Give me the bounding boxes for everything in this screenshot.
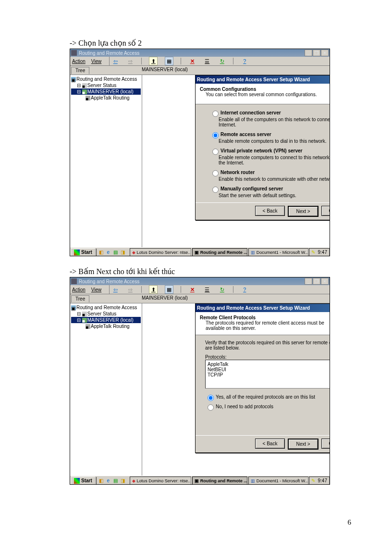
task-button-3[interactable]: ▥Document1 - Microsoft W... xyxy=(248,477,308,485)
menu-view[interactable]: View xyxy=(91,287,102,292)
refresh-icon[interactable]: ↻ xyxy=(218,57,226,65)
task-button-1[interactable]: ◆Lotus Domino Server: ntse... xyxy=(130,477,191,485)
cancel-button[interactable]: Cancel xyxy=(321,439,330,449)
wizard-titlebar: Routing and Remote Access Server Setup W… xyxy=(196,304,330,312)
opt-no[interactable]: No, I need to add protocols xyxy=(205,404,273,409)
start-button[interactable]: Start xyxy=(71,477,96,485)
start-button[interactable]: Start xyxy=(71,248,96,257)
tree-root[interactable]: Routing and Remote Access xyxy=(76,76,137,82)
back-icon[interactable]: ⇦ xyxy=(111,286,119,293)
opt-manual[interactable]: Manually configured server xyxy=(210,186,283,191)
tabbar: Tree MAINSERVER (local) xyxy=(70,294,330,303)
properties-icon[interactable]: ☰ xyxy=(203,57,211,65)
screenshot-2: Routing and Remote Access _ ❐ × Action V… xyxy=(70,277,330,485)
show-icon[interactable]: ▦ xyxy=(165,285,173,294)
task-button-2[interactable]: ▣Routing and Remote ... xyxy=(192,477,247,485)
help-icon[interactable]: ? xyxy=(241,286,248,293)
tree-server-status[interactable]: Server Status xyxy=(87,311,117,316)
protocols-listbox[interactable]: AppleTalk NetBEUI TCP/IP xyxy=(205,360,330,389)
ql-icon-3[interactable]: ▤ xyxy=(112,477,119,484)
protocol-item[interactable]: TCP/IP xyxy=(208,372,330,377)
ql-icon-2[interactable]: e xyxy=(105,249,111,255)
taskbar: Start ◧ e ▤ ◨ ◆Lotus Domino Server: ntse… xyxy=(70,247,330,256)
up-icon[interactable]: ⬆ xyxy=(149,57,158,65)
cancel-button[interactable]: Cancel xyxy=(321,206,330,216)
task-button-2[interactable]: ▣Routing and Remote ... xyxy=(192,248,247,257)
tray-icon[interactable]: ✎ xyxy=(311,478,315,483)
up-icon[interactable]: ⬆ xyxy=(149,285,158,294)
opt-remote-access[interactable]: Remote access server xyxy=(210,132,271,137)
wizard-header-sub: The protocols required for remote client… xyxy=(200,320,330,331)
system-tray: ✎ 9:47 xyxy=(309,248,330,257)
app-title: Routing and Remote Access xyxy=(79,50,139,56)
task-button-1[interactable]: ◆Lotus Domino Server: ntse... xyxy=(130,248,191,257)
opt-internet[interactable]: Internet connection server xyxy=(210,110,281,115)
delete-icon[interactable]: ✕ xyxy=(188,57,196,65)
help-icon[interactable]: ? xyxy=(241,57,248,65)
wizard-body: Internet connection serverEnable all of … xyxy=(196,104,330,202)
close-button[interactable]: × xyxy=(321,50,329,56)
menu-action[interactable]: Action xyxy=(72,287,86,292)
show-icon[interactable]: ▦ xyxy=(165,57,173,65)
menu-view[interactable]: View xyxy=(91,59,102,64)
wizard-title-text: Routing and Remote Access Server Setup W… xyxy=(197,77,310,82)
tree-appletalk[interactable]: AppleTalk Routing xyxy=(91,95,130,100)
wizard-dialog-2: Routing and Remote Access Server Setup W… xyxy=(195,303,330,453)
caption-2: -> Bấm Next cho tới khi kết thúc xyxy=(70,267,351,276)
close-button[interactable]: × xyxy=(321,278,329,285)
tree-appletalk[interactable]: AppleTalk Routing xyxy=(91,324,130,329)
tree-root[interactable]: Routing and Remote Access xyxy=(76,305,137,310)
properties-icon[interactable]: ☰ xyxy=(203,286,211,293)
ql-icon-4[interactable]: ◨ xyxy=(120,249,126,255)
tree-tab[interactable]: Tree xyxy=(71,295,89,302)
clock: 9:47 xyxy=(318,478,327,483)
tree-pane: ▣Routing and Remote Access ⊟ ■Server Sta… xyxy=(70,303,142,476)
tray-icon[interactable]: ✎ xyxy=(311,250,315,255)
wizard-footer: < Back Next > Cancel xyxy=(196,202,330,220)
ql-icon-1[interactable]: ◧ xyxy=(98,249,104,255)
back-icon[interactable]: ⇦ xyxy=(111,57,119,65)
server-icon: ■ xyxy=(82,89,87,94)
menu-action[interactable]: Action xyxy=(72,59,86,64)
opt-vpn-desc: Enable remote computers to connect to th… xyxy=(210,155,330,165)
opt-yes[interactable]: Yes, all of the required protocols are o… xyxy=(205,394,315,400)
wizard-dialog: Routing and Remote Access Server Setup W… xyxy=(195,75,330,220)
back-button[interactable]: < Back xyxy=(255,206,285,216)
task-button-3[interactable]: ▥Document1 - Microsoft W... xyxy=(248,248,308,257)
opt-vpn[interactable]: Virtual private network (VPN) server xyxy=(210,148,302,153)
wizard-body: Verify that the protocols required on th… xyxy=(196,335,330,435)
tree-mainserver[interactable]: MAINSERVER (local) xyxy=(87,89,134,94)
window-controls: _ ❐ × xyxy=(305,278,329,285)
toolbar: ⇦ ⇨ ⬆ ▦ ✕ ☰ ↻ ? xyxy=(109,57,256,65)
maximize-button[interactable]: ❐ xyxy=(313,278,320,285)
opt-router[interactable]: Network router xyxy=(210,170,255,175)
system-tray: ✎ 9:47 xyxy=(309,477,330,485)
minimize-button[interactable]: _ xyxy=(305,50,312,56)
next-button[interactable]: Next > xyxy=(288,206,318,217)
minimize-button[interactable]: _ xyxy=(305,278,312,285)
tree-pane: ▣Routing and Remote Access ⊟ ■Server Sta… xyxy=(70,75,142,247)
back-button[interactable]: < Back xyxy=(255,439,285,449)
forward-icon[interactable]: ⇨ xyxy=(126,286,134,293)
protocol-item[interactable]: NetBEUI xyxy=(208,367,330,372)
protocol-item[interactable]: AppleTalk xyxy=(208,362,330,367)
quick-launch: ◧ e ▤ ◨ xyxy=(96,477,127,485)
refresh-icon[interactable]: ↻ xyxy=(218,286,226,293)
menubar: Action View ⇦ ⇨ ⬆ ▦ ✕ ☰ ↻ ? xyxy=(70,285,330,294)
wizard-header: Remote Client Protocols The protocols re… xyxy=(196,312,330,335)
tree-mainserver[interactable]: MAINSERVER (local) xyxy=(87,317,134,323)
delete-icon[interactable]: ✕ xyxy=(188,286,196,293)
forward-icon[interactable]: ⇨ xyxy=(126,57,134,65)
ql-icon-1[interactable]: ◧ xyxy=(98,477,104,484)
status-icon: ■ xyxy=(82,83,87,88)
ql-icon-4[interactable]: ◨ xyxy=(120,477,126,484)
tree-server-status[interactable]: Server Status xyxy=(87,83,117,88)
app-title: Routing and Remote Access xyxy=(79,279,139,284)
quick-launch: ◧ e ▤ ◨ xyxy=(96,249,127,256)
app-icon xyxy=(71,50,77,56)
maximize-button[interactable]: ❐ xyxy=(313,50,320,56)
ql-icon-2[interactable]: e xyxy=(105,477,111,484)
ql-icon-3[interactable]: ▤ xyxy=(112,249,119,255)
tree-tab[interactable]: Tree xyxy=(71,67,89,74)
next-button[interactable]: Next > xyxy=(288,439,318,450)
